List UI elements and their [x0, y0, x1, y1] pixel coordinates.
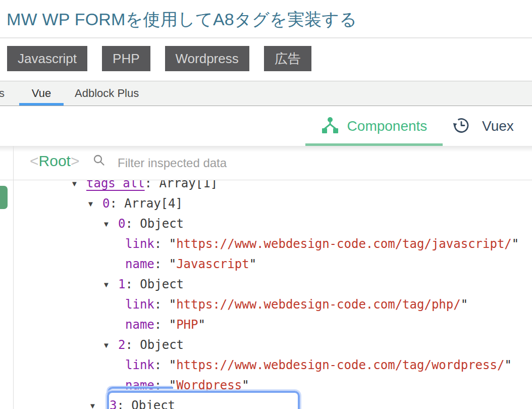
- selected-component-name[interactable]: <Root>: [30, 152, 79, 170]
- tab-vuex[interactable]: Vuex: [453, 107, 514, 146]
- tab-adblock-plus[interactable]: Adblock Plus: [75, 81, 139, 106]
- tree-colon: :: [125, 277, 140, 291]
- state-tree: ▼tags_all: Array[1]▼0: Array[4]▼0: Objec…: [14, 180, 532, 409]
- tree-key: name: [125, 318, 154, 332]
- close-quote: ": [512, 237, 519, 251]
- tree-row[interactable]: ▼0: Array[4]: [14, 193, 532, 214]
- tree-key: link: [125, 297, 154, 312]
- tree-string-value: https://www.webdesign-code.com/tag/php/: [176, 297, 461, 312]
- tree-colon: :: [125, 338, 140, 352]
- tree-key: 1: [118, 277, 125, 291]
- tree-row[interactable]: ▼0: Object: [14, 214, 532, 234]
- open-quote: ": [169, 297, 176, 312]
- tree-key: name: [125, 257, 154, 271]
- tree-value: Object: [140, 217, 184, 231]
- tree-colon: :: [110, 196, 124, 211]
- tree-row[interactable]: link: "https://www.webdesign-code.com/ta…: [14, 234, 532, 254]
- tree-colon: :: [154, 237, 169, 251]
- tree-key: 2: [118, 338, 125, 352]
- toggle-arrow-icon[interactable]: ▼: [89, 396, 110, 409]
- tag-list: JavascriptPHPWordpress広告: [7, 46, 311, 71]
- close-quote: ": [249, 257, 256, 271]
- tag-button[interactable]: Wordpress: [165, 46, 249, 71]
- filter-input[interactable]: [117, 154, 331, 173]
- tab-vue[interactable]: Vue: [19, 81, 64, 106]
- tree-colon: :: [125, 217, 140, 231]
- tree-colon: :: [154, 358, 169, 372]
- tree-string-value: https://www.webdesign-code.com/tag/javas…: [176, 237, 512, 251]
- tab-components-label: Components: [347, 118, 428, 134]
- toggle-arrow-icon[interactable]: ▼: [102, 335, 118, 355]
- tree-row[interactable]: link: "https://www.webdesign-code.com/ta…: [14, 294, 532, 315]
- toggle-arrow-icon[interactable]: ▼: [87, 194, 102, 214]
- tab-vuex-label: Vuex: [482, 118, 514, 134]
- page-title: MW WP FORMを使用してA8タグを実装する: [7, 8, 357, 31]
- components-tree-icon: [321, 117, 339, 136]
- history-clock-icon: [453, 117, 470, 136]
- tree-colon: :: [154, 297, 169, 312]
- close-quote: ": [504, 358, 511, 372]
- open-quote: ": [169, 358, 176, 372]
- tree-value: Object: [140, 277, 184, 291]
- tab-components[interactable]: Components: [305, 107, 443, 146]
- tag-button[interactable]: Javascript: [7, 46, 87, 71]
- tree-value: Object: [140, 338, 184, 352]
- tag-button[interactable]: PHP: [102, 46, 150, 71]
- open-quote: ": [169, 318, 176, 332]
- tree-colon: :: [154, 318, 169, 332]
- tree-row[interactable]: ▼tags_all: Array[1]: [14, 180, 532, 193]
- tree-value: Array[4]: [124, 196, 183, 211]
- tree-value: Array[1]: [159, 180, 218, 190]
- tab-partial-label[interactable]: s: [0, 87, 5, 100]
- toggle-arrow-icon[interactable]: ▼: [102, 214, 118, 234]
- tree-string-value: PHP: [176, 318, 198, 332]
- tree-row[interactable]: link: "https://www.webdesign-code.com/ta…: [14, 355, 532, 375]
- tree-key: 0: [102, 196, 110, 211]
- tree-string-value: Javascript: [176, 257, 249, 271]
- root-open-bracket: <: [30, 152, 39, 169]
- tree-row[interactable]: name: "PHP": [14, 315, 532, 335]
- open-quote: ": [169, 257, 176, 271]
- toggle-arrow-icon[interactable]: ▼: [102, 275, 118, 295]
- tag-button[interactable]: 広告: [264, 46, 311, 71]
- tree-key: tags_all: [86, 180, 145, 190]
- tree-row[interactable]: ▼2: Object: [14, 335, 532, 355]
- tree-string-value: Wordpress: [176, 378, 242, 392]
- selection-highlight-box: [107, 391, 300, 409]
- tree-row[interactable]: name: "Javascript": [14, 254, 532, 274]
- close-quote: ": [242, 378, 249, 392]
- tree-colon: :: [145, 180, 159, 190]
- close-quote: ": [461, 297, 468, 312]
- close-quote: ": [198, 318, 205, 332]
- active-tab-indicator: [19, 103, 64, 106]
- filter-row-shadow: [0, 146, 532, 152]
- search-icon: [93, 154, 106, 169]
- devtools-tabbar: s Vue Adblock Plus: [0, 81, 532, 106]
- toggle-arrow-icon[interactable]: ▼: [71, 180, 86, 194]
- tree-row[interactable]: ▼1: Object: [14, 274, 532, 294]
- inspector-panel: <Root> ▼tags_all: Array[1]▼0: Array[4]▼0…: [0, 146, 532, 409]
- page: MW WP FORMを使用してA8タグを実装する JavascriptPHPWo…: [0, 0, 532, 409]
- open-quote: ": [169, 237, 176, 251]
- tree-string-value: https://www.webdesign-code.com/tag/wordp…: [176, 358, 504, 372]
- tree-key: link: [125, 237, 154, 251]
- tree-key: 0: [118, 217, 125, 231]
- root-close-bracket: >: [71, 152, 80, 169]
- title-divider: [0, 37, 532, 38]
- tree-key: link: [125, 358, 154, 372]
- selected-component-indicator: [0, 186, 8, 209]
- tree-colon: :: [154, 257, 169, 271]
- vue-devtools-toolbar: Components Vuex: [0, 107, 532, 146]
- root-label: Root: [39, 152, 71, 169]
